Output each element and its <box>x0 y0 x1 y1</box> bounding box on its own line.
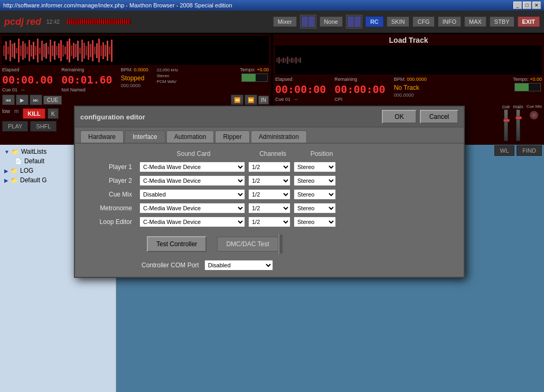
cue-mix-label: Cue Mix <box>527 104 542 109</box>
cue-slider[interactable] <box>504 109 508 141</box>
tab-administration[interactable]: Administration <box>251 130 307 143</box>
k-button-left[interactable]: K <box>48 108 59 119</box>
in-button[interactable]: IN <box>258 96 269 105</box>
close-button[interactable]: ✕ <box>532 2 541 9</box>
kill-button-left[interactable]: KILL <box>23 108 45 119</box>
cuemix-channels[interactable]: 1/2 <box>248 189 290 200</box>
cancel-button[interactable]: Cancel <box>420 110 458 124</box>
tab-interface[interactable]: Interface <box>125 130 165 143</box>
exit-button[interactable]: EXIT <box>518 16 540 27</box>
expand-icon-waitlists: ▼ <box>4 149 10 155</box>
left-track-value: 000.0000 <box>121 83 148 88</box>
right-bpm-label: BPM: 000.0000 <box>394 77 427 82</box>
mixer-icon-3 <box>348 16 354 27</box>
cfg-button[interactable]: CFG <box>412 16 434 27</box>
folder-icon-waitlists: 📁 <box>12 148 19 155</box>
expand-icon-defaultg: ▶ <box>4 178 8 183</box>
left-time-remaining: 00:01.60 <box>61 73 112 86</box>
mixer-icon-1 <box>302 16 308 27</box>
position-header: Position <box>298 150 345 157</box>
left-tempo-bar[interactable] <box>241 73 268 82</box>
right-cue-label: Cue 01 -- <box>275 97 326 102</box>
dialog-header-buttons: OK Cancel <box>382 110 458 124</box>
player2-soundcard[interactable]: C-Media Wave Device <box>139 175 245 186</box>
loopeditor-position[interactable]: Stereo <box>294 217 336 227</box>
left-ff-button[interactable]: ⏩ <box>245 95 257 105</box>
right-waveform <box>275 45 542 74</box>
player1-channels[interactable]: 1/2 <box>248 162 290 172</box>
player1-soundcard[interactable]: C-Media Wave Device <box>139 162 245 172</box>
player1-row: Player 1 C-Media Wave Device 1/2 Stereo <box>81 162 457 172</box>
right-track-value: 000.0000 <box>394 92 427 98</box>
skin-button[interactable]: SKIN <box>387 16 410 27</box>
sound-card-header: Sound Card <box>139 150 248 157</box>
cue-button[interactable]: CUE <box>43 96 62 105</box>
max-button[interactable]: MAX <box>464 16 486 27</box>
mixer-button[interactable]: Mixer <box>273 16 297 27</box>
app-toolbar: pcdj red 12:42 Mixer None RC SKIN CFG IN… <box>0 11 544 34</box>
left-play-button[interactable]: ▶ <box>16 95 29 105</box>
dialog-title: configuration editor <box>80 113 145 121</box>
expand-icon-log: ▶ <box>4 168 8 174</box>
find-button[interactable]: FIND <box>517 145 542 156</box>
left-rew-button[interactable]: ⏪ <box>231 95 243 105</box>
loopeditor-soundcard[interactable]: C-Media Wave Device <box>139 217 245 227</box>
config-dialog: configuration editor OK Cancel Hardware … <box>74 106 465 278</box>
dialog-tabs: Hardware Interface Automation Ripper Adm… <box>75 127 464 144</box>
default-g-label: Default G <box>20 176 47 184</box>
right-elapsed-label: Elapsed <box>275 77 326 82</box>
left-mid-label: m <box>14 108 18 119</box>
right-tempo-label: Tempo: +0.00 <box>513 77 542 82</box>
metronome-soundcard[interactable]: C-Media Wave Device <box>139 203 245 213</box>
cuemix-soundcard[interactable]: Disabled <box>139 189 245 200</box>
ok-button[interactable]: OK <box>382 110 416 124</box>
shfl-button-left[interactable]: SHFL <box>30 121 57 132</box>
left-status: Stopped <box>121 74 148 82</box>
toolbar-time: 12:42 <box>46 19 60 25</box>
player2-position[interactable]: Stereo <box>294 175 336 186</box>
maximize-button[interactable]: □ <box>523 2 531 9</box>
main-slider[interactable] <box>516 109 520 141</box>
left-audio-info: 22,050 kHzStereoPCM WAV <box>157 67 178 85</box>
player1-position[interactable]: Stereo <box>294 162 336 172</box>
info-button[interactable]: INFO <box>438 16 461 27</box>
metronome-position[interactable]: Stereo <box>294 203 336 213</box>
tab-hardware[interactable]: Hardware <box>80 130 124 143</box>
player2-label: Player 2 <box>81 177 136 184</box>
rc-button[interactable]: RC <box>365 16 383 27</box>
com-port-select[interactable]: Disabled <box>204 260 273 270</box>
com-port-label: Controller COM Port <box>142 262 199 269</box>
left-next-button[interactable]: ⏭ <box>30 95 42 105</box>
player2-channels[interactable]: 1/2 <box>248 175 290 186</box>
left-bpm-label: BPM: 0.0000 <box>121 67 148 72</box>
wl-button[interactable]: WL <box>494 145 515 156</box>
file-icon-default: 📄 <box>15 158 22 165</box>
folder-icon-defaultg: 📁 <box>11 177 18 184</box>
cue-mix-knob[interactable] <box>530 111 538 119</box>
test-controller-button[interactable]: Test Controller <box>147 236 207 252</box>
waitlists-label: WaitLists <box>21 148 46 155</box>
cue-slider-area: cue <box>502 104 510 141</box>
right-tempo-bar[interactable] <box>514 83 541 91</box>
cue-label-right: cue <box>502 104 510 109</box>
metronome-channels[interactable]: 1/2 <box>248 203 290 213</box>
minimize-button[interactable]: _ <box>513 2 522 9</box>
stby-button[interactable]: STBY <box>490 16 514 27</box>
play-button-left[interactable]: PLAY <box>2 121 28 132</box>
main-label-right: main <box>513 104 523 109</box>
mixer-icon-2 <box>308 16 315 27</box>
tab-ripper[interactable]: Ripper <box>215 130 249 143</box>
left-prev-button[interactable]: ⏮ <box>2 95 15 105</box>
mixer-icon-4 <box>354 16 361 27</box>
tab-automation[interactable]: Automation <box>166 130 214 143</box>
loopeditor-row: Loop Editor C-Media Wave Device 1/2 Ster… <box>81 217 457 227</box>
log-label: LOG <box>20 167 33 174</box>
left-tempo: Tempo: +0.00 <box>240 67 269 82</box>
player2-row: Player 2 C-Media Wave Device 1/2 Stereo <box>81 175 457 186</box>
dialog-bottom-buttons: Test Controller DMC/DAC Test <box>81 235 457 254</box>
right-deck-info: Elapsed 00:00:00 Cue 01 -- Remaining 00:… <box>275 77 542 102</box>
none-button[interactable]: None <box>320 16 343 27</box>
loopeditor-channels[interactable]: 1/2 <box>248 217 290 227</box>
cue-mix-area: Cue Mix <box>527 104 542 141</box>
cuemix-position[interactable]: Stereo <box>294 189 336 200</box>
